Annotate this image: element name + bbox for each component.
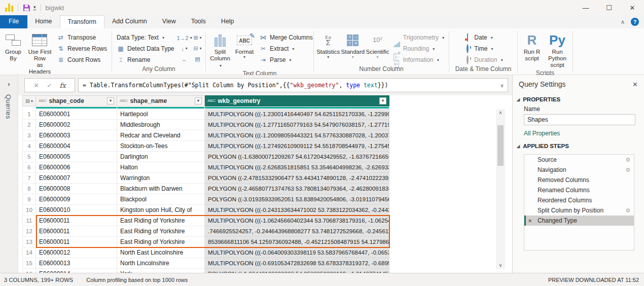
applied-step-removed-columns[interactable]: Removed Columns xyxy=(524,175,634,185)
applied-step-split-column-by-position[interactable]: Split Column by Position⚙ xyxy=(524,205,634,216)
cell-wkb-geometry[interactable]: POLYGON ((-2.46580771374763 53.780813407… xyxy=(205,184,389,194)
unpivot-columns-button[interactable]: ⊟▾ xyxy=(191,43,204,54)
standard-button[interactable]: +−÷× Standard ▾ xyxy=(341,31,364,60)
split-column-button[interactable]: Split Column ▾ xyxy=(209,31,231,70)
cell-shape-name[interactable]: North East Lincolnshire xyxy=(117,247,205,258)
applied-step-reordered-columns[interactable]: Reordered Columns xyxy=(524,195,634,205)
transpose-button[interactable]: ⇄Transpose xyxy=(55,32,109,43)
extract-button[interactable]: ✂Extract▾ xyxy=(258,44,314,54)
cell-shape-name[interactable]: Redcar and Cleveland xyxy=(117,130,205,141)
row-number[interactable]: 15 xyxy=(22,258,36,269)
duration-button[interactable]: Duration▾ xyxy=(462,55,504,65)
row-number[interactable]: 4 xyxy=(22,141,36,152)
filter-dropdown-icon[interactable]: ▾ xyxy=(195,97,202,104)
merge-columns-button[interactable]: ⋈Merge Columns xyxy=(258,32,314,43)
reverse-rows-button[interactable]: ⇅Reverse Rows xyxy=(55,44,109,54)
cell-shape-code[interactable]: E06000009 xyxy=(36,194,117,205)
profiling-status[interactable]: Column profiling based on top 1000 rows xyxy=(86,277,188,283)
cell-shape-code[interactable]: E06000003 xyxy=(36,130,117,141)
cell-shape-code[interactable]: E06000005 xyxy=(36,152,117,162)
applied-steps-section-header[interactable]: ◢ APPLIED STEPS xyxy=(513,138,644,151)
cell-shape-code[interactable]: E06000014 xyxy=(36,269,117,273)
cell-wkb-geometry[interactable]: POLYGON ((-1.03446100000363 54.053935603… xyxy=(205,269,389,273)
scroll-down-icon[interactable]: ∨ xyxy=(496,262,505,269)
cell-shape-code[interactable]: E06000011 xyxy=(36,216,117,226)
vertical-scrollbar[interactable]: ∧ ∨ xyxy=(496,109,505,269)
cell-shape-code[interactable]: E06000008 xyxy=(36,184,117,194)
column-header-shape-code[interactable]: ABC shape_code ▾ xyxy=(36,95,117,106)
cell-shape-code[interactable]: E06000007 xyxy=(36,173,117,184)
format-button[interactable]: ABC✎ Format ▾ xyxy=(233,31,256,60)
fx-icon[interactable]: fx xyxy=(59,82,65,89)
expand-formula-bar-icon[interactable]: ∨ xyxy=(500,83,504,88)
cell-shape-name[interactable]: Blackpool xyxy=(117,194,205,205)
row-number[interactable]: 16 xyxy=(22,269,36,273)
row-number[interactable]: 11 xyxy=(22,216,36,226)
cell-shape-name[interactable]: York xyxy=(117,269,205,273)
row-number[interactable]: 3 xyxy=(22,130,36,141)
help-icon[interactable]: ? xyxy=(631,18,639,26)
select-all-corner-button[interactable]: ⊞ ▾ xyxy=(22,95,36,106)
all-properties-link[interactable]: All Properties xyxy=(513,125,644,138)
cell-shape-code[interactable]: E06000002 xyxy=(36,120,117,130)
cell-shape-code[interactable]: E06000006 xyxy=(36,162,117,173)
applied-step-source[interactable]: Source⚙ xyxy=(524,155,634,165)
row-number[interactable]: 14 xyxy=(22,247,36,258)
information-button[interactable]: 1−3+Information▾ xyxy=(391,55,446,65)
row-number[interactable]: 2 xyxy=(22,120,36,130)
tab-tools[interactable]: Tools xyxy=(184,15,213,28)
column-header-wkb-geometry[interactable]: ABC wkb_geometry ▾ xyxy=(205,95,389,106)
row-number[interactable]: 1 xyxy=(22,109,36,120)
date-button[interactable]: Date▾ xyxy=(462,32,504,43)
save-icon[interactable] xyxy=(23,4,30,12)
cell-shape-code[interactable]: E06000011 xyxy=(36,237,117,247)
cancel-formula-icon[interactable]: ✕ xyxy=(33,82,39,89)
tab-file[interactable]: File xyxy=(0,15,27,28)
row-number[interactable]: 10 xyxy=(22,205,36,216)
gear-icon[interactable]: ⚙ xyxy=(625,167,630,173)
pivot-column-button[interactable]: ⊞▾ xyxy=(191,32,204,43)
cell-shape-name[interactable]: Middlesbrough xyxy=(117,120,205,130)
cell-shape-code[interactable]: E06000010 xyxy=(36,205,117,216)
group-by-button[interactable]: Group By xyxy=(2,31,24,63)
close-panel-icon[interactable]: ✕ xyxy=(632,81,638,88)
trigonometry-button[interactable]: Trigonometry▾ xyxy=(391,32,446,43)
tab-help[interactable]: Help xyxy=(213,15,242,28)
cell-shape-code[interactable]: E06000011 xyxy=(36,226,117,237)
cell-wkb-geometry[interactable]: MULTIPOLYGON (((-0.243133634471002 53.73… xyxy=(205,205,389,216)
cell-shape-name[interactable]: East Riding of Yorkshire xyxy=(117,237,205,247)
save-menu-chevron-icon[interactable]: ▾ xyxy=(33,5,36,10)
tab-view[interactable]: View xyxy=(155,15,184,28)
row-number[interactable]: 8 xyxy=(22,184,36,194)
cell-shape-code[interactable]: E06000012 xyxy=(36,247,117,258)
commit-formula-icon[interactable]: ✓ xyxy=(47,82,52,89)
cell-wkb-geometry[interactable]: POLYGON ((-1.63800071209267 54.617204342… xyxy=(205,152,389,162)
cell-wkb-geometry[interactable]: MULTIPOLYGON (((-0.064009303398119 53.58… xyxy=(205,247,389,258)
cell-wkb-geometry[interactable]: .7466925524257, -0.244643968808277 53.74… xyxy=(205,226,389,237)
gear-icon[interactable]: ⚙ xyxy=(625,207,630,214)
row-number[interactable]: 12 xyxy=(22,226,36,237)
cell-shape-name[interactable]: Kingston upon Hull, City of xyxy=(117,205,205,216)
delete-step-icon[interactable]: ✕ xyxy=(528,218,532,224)
tab-transform[interactable]: Transform xyxy=(60,15,105,28)
queries-pane-label[interactable]: Queries xyxy=(5,94,12,119)
cell-shape-name[interactable]: Blackburn with Darwen xyxy=(117,184,205,194)
cell-wkb-geometry[interactable]: MULTIPOLYGON (((-1.27492610909112 54.551… xyxy=(205,141,389,152)
cell-wkb-geometry[interactable]: MULTIPOLYGON (((-1.27711650779163 54.547… xyxy=(205,120,389,130)
tab-home[interactable]: Home xyxy=(27,15,59,28)
statistics-button[interactable]: X̄σΣ Statistics ▾ xyxy=(317,31,339,60)
filter-dropdown-icon[interactable]: ▾ xyxy=(379,97,386,104)
tab-add-column[interactable]: Add Column xyxy=(104,15,155,28)
cell-shape-name[interactable]: Darlington xyxy=(117,152,205,162)
cell-wkb-geometry[interactable]: MULTIPOLYGON (((-2.6268351815851 53.3546… xyxy=(205,162,389,173)
scrollbar-thumb[interactable] xyxy=(497,125,504,166)
row-number[interactable]: 9 xyxy=(22,194,36,205)
cell-wkb-geometry[interactable]: 8539666811106 54.1259736092488, -0.45212… xyxy=(205,237,389,247)
cell-shape-code[interactable]: E06000001 xyxy=(36,109,117,120)
cell-shape-name[interactable]: Stockton-on-Tees xyxy=(117,141,205,152)
maximize-button[interactable]: ☐ xyxy=(597,0,621,15)
parse-button[interactable]: ⇥Parse▾ xyxy=(258,55,314,65)
count-rows-button[interactable]: ≣Count Rows xyxy=(55,55,109,65)
convert-to-list-button[interactable]: ▤ xyxy=(191,54,204,64)
detect-data-type-button[interactable]: ▦Detect Data Type xyxy=(115,44,176,54)
